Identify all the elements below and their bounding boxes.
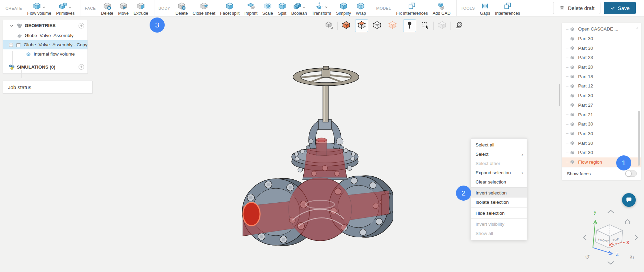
toolbar-button-imprint[interactable]: Imprint xyxy=(242,0,260,16)
save-button[interactable]: Save xyxy=(604,2,636,14)
part-row-part-20[interactable]: –Part 20 xyxy=(562,62,641,72)
plus-circle-icon[interactable] xyxy=(78,64,84,70)
toolbar-button-boolean[interactable]: Boolean xyxy=(289,0,309,16)
toolbar-button-wrap[interactable]: Wrap xyxy=(353,0,368,16)
part-row-part-21[interactable]: –Part 21 xyxy=(562,110,641,119)
toolbar-button-flow-volume[interactable]: Flow volume xyxy=(25,0,54,16)
show-faces-row: Show faces xyxy=(562,167,641,180)
chat-support-button[interactable] xyxy=(622,193,636,207)
geometries-header-row[interactable]: GEOMETRIES xyxy=(3,20,87,31)
menu-item-isolate-selection[interactable]: Isolate selection xyxy=(471,198,527,207)
toolbar-button-delete[interactable]: Delete xyxy=(173,0,190,16)
toolbar-button-iconrow xyxy=(200,1,208,10)
home-view-icon[interactable] xyxy=(625,220,630,224)
toolbar-right-actions: Delete draft Save xyxy=(553,2,636,14)
part-row-part-30[interactable]: –Part 30 xyxy=(562,138,641,148)
chevron-down-icon[interactable] xyxy=(9,23,14,28)
part-cube-icon xyxy=(570,74,575,79)
rotate-ccw-icon[interactable]: ↺ xyxy=(585,253,590,260)
menu-item-invert-selection[interactable]: Invert selection xyxy=(471,188,527,198)
toolbar-separator xyxy=(433,22,434,30)
toolbar-button-gaps[interactable]: Gaps xyxy=(478,0,493,16)
toolbar-button-label: Imprint xyxy=(244,11,257,16)
box-select-button[interactable] xyxy=(419,19,432,32)
part-row-part-30[interactable]: –Part 30 xyxy=(562,91,641,100)
triangle-up-icon[interactable] xyxy=(635,25,639,28)
toolbar-button-add-cad[interactable]: Add CAD xyxy=(430,0,453,16)
toolbar-button-transform[interactable]: Transform xyxy=(309,0,334,16)
part-row-part-30[interactable]: –Part 30 xyxy=(562,129,641,139)
select-edges-vertices-button[interactable] xyxy=(371,19,384,32)
toolbar-button-split[interactable]: Split xyxy=(276,0,289,16)
globe-valve-model[interactable] xyxy=(240,59,393,251)
chevron-down-icon[interactable] xyxy=(302,4,306,8)
select-bodies-button[interactable] xyxy=(323,19,336,32)
part-row-open-cascade[interactable]: –Open CASCADE ... xyxy=(562,24,641,34)
toolbar-button-fix-interferences[interactable]: Fix interferences xyxy=(394,0,430,16)
vp-hidden-icon xyxy=(438,21,447,31)
part-row-part-30[interactable]: –Part 30 xyxy=(562,119,641,129)
menu-item-expand-selection[interactable]: Expand selection› xyxy=(471,168,527,177)
part-cube-icon xyxy=(570,36,575,42)
toolbar-button-simplify[interactable]: Simplify xyxy=(333,0,353,16)
orbit-left-arrow[interactable] xyxy=(584,235,586,240)
simulations-icon xyxy=(9,64,14,70)
toolbar-button-delete[interactable]: Delete xyxy=(98,0,116,16)
tree-dash: – xyxy=(566,93,570,98)
menu-divider xyxy=(471,208,527,208)
select-faces-button[interactable] xyxy=(355,19,368,32)
toolbar-button-move[interactable]: Move xyxy=(116,0,131,16)
menu-item-select[interactable]: Select› xyxy=(471,150,527,159)
part-row-part-12[interactable]: –Part 12 xyxy=(562,81,641,91)
show-faces-label: Show faces xyxy=(567,171,591,176)
job-status-panel[interactable]: Job status xyxy=(3,81,93,94)
cube-faces[interactable]: FRONT TOP xyxy=(595,225,623,248)
plus-circle-icon[interactable] xyxy=(78,23,84,29)
show-faces-toggle[interactable] xyxy=(625,170,637,177)
probe-selection-button[interactable] xyxy=(403,19,416,32)
select-volumes-button[interactable] xyxy=(340,19,353,32)
measure-button[interactable] xyxy=(453,19,466,32)
part-row-part-18[interactable]: –Part 18 xyxy=(562,72,641,81)
viewport-canvas[interactable]: 0.05 m xyxy=(0,16,644,272)
select-assemblies-button[interactable] xyxy=(386,19,399,32)
toolbar-button-extrude[interactable]: Extrude xyxy=(131,0,151,16)
navigation-cube[interactable]: ↺ ↻ FRONT TOP y Z X xyxy=(579,203,644,272)
chevron-down-icon[interactable] xyxy=(325,4,328,8)
toolbar-button-facet-split[interactable]: Facet split xyxy=(218,0,242,16)
orbit-right-arrow[interactable] xyxy=(635,235,637,240)
tree-dash: – xyxy=(566,74,570,79)
toolbar-button-interferences[interactable]: Interferences xyxy=(493,0,523,16)
tree-dash: – xyxy=(566,84,570,88)
part-cube-icon xyxy=(570,121,575,127)
orbit-down-arrow[interactable] xyxy=(608,262,613,264)
toolbar-button-scale[interactable]: Scale xyxy=(260,0,276,16)
part-row-part-30[interactable]: –Part 30 xyxy=(562,148,641,157)
simulations-header-row[interactable]: SIMULATIONS (0) xyxy=(3,61,87,73)
orbit-up-arrow[interactable] xyxy=(608,210,613,213)
toolbar-section-label-body: BODY xyxy=(159,6,170,10)
menu-item-hide-selection[interactable]: Hide selection xyxy=(471,209,527,218)
chevron-down-icon[interactable] xyxy=(68,4,72,8)
part-row-part-23[interactable]: –Part 23 xyxy=(562,53,641,62)
tree-item-globe-valve-assembly[interactable]: Globe_Valve_Assembly xyxy=(3,31,87,40)
toolbar-button-label: Interferences xyxy=(495,11,520,16)
delete-draft-button[interactable]: Delete draft xyxy=(553,2,600,14)
parts-panel-scrollbar[interactable] xyxy=(638,111,640,166)
chevron-down-icon[interactable] xyxy=(42,4,46,8)
menu-item-clear-selection[interactable]: Clear selection xyxy=(471,177,527,187)
part-row-part-27[interactable]: –Part 27 xyxy=(562,100,641,110)
minus-box-icon[interactable] xyxy=(9,43,13,47)
toolbar-button-close-sheet[interactable]: Close sheet xyxy=(190,0,218,16)
tree-item-internal-flow-volume[interactable]: Internal flow volume xyxy=(3,49,87,59)
toolbar-button-primitives[interactable]: Primitives xyxy=(54,0,77,16)
rotate-cw-icon[interactable]: ↻ xyxy=(630,254,634,261)
part-row-part-30[interactable]: –Part 30 xyxy=(562,43,641,53)
tree-item-globe-valve-assembly-copy[interactable]: Globe_Valve_Assembly - Copy xyxy=(3,40,87,49)
part-row-label: Part 30 xyxy=(578,93,593,98)
part-row-part-30[interactable]: –Part 30 xyxy=(562,34,641,44)
panel-resize-handle[interactable] xyxy=(559,84,560,106)
menu-item-select-all[interactable]: Select all xyxy=(471,140,527,150)
valve-handwheel[interactable] xyxy=(293,66,359,122)
tree-dash: – xyxy=(566,122,570,127)
